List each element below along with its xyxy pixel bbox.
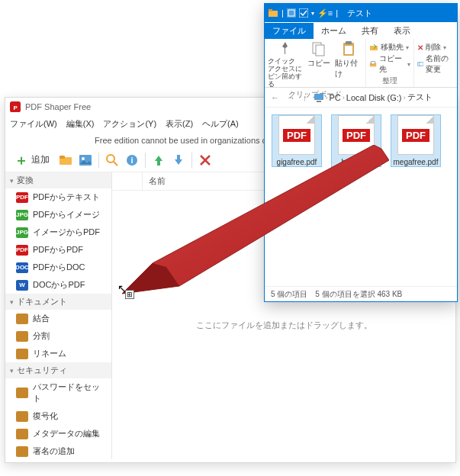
ribbon: クイック アクセスにピン留めする コピー 貼り付け クリップボード 移動先▾ コ… — [265, 39, 457, 88]
sidebar-item-label: 復号化 — [33, 410, 58, 422]
sidebar-item-icon: DOC — [16, 262, 28, 273]
crumb-disk[interactable]: Local Disk (G:) — [346, 93, 402, 102]
sidebar-item[interactable]: PDFPDFからテキスト — [5, 188, 111, 206]
nav-fwd-icon[interactable]: → — [285, 93, 297, 102]
group-organize-label: 整理 — [369, 75, 410, 86]
info-icon[interactable]: i — [125, 153, 139, 167]
sidebar-item-icon: PDF — [16, 192, 28, 203]
sidebar-item[interactable]: 復号化 — [5, 407, 111, 425]
folder-icon[interactable] — [59, 153, 72, 167]
pin-icon — [277, 40, 294, 57]
rename-icon — [417, 60, 424, 69]
sidebar-item-icon — [16, 429, 28, 439]
arrow-down-icon[interactable] — [172, 153, 185, 167]
crumb-pc[interactable]: PC — [330, 93, 341, 102]
copyto-icon — [369, 60, 377, 69]
sidebar-item[interactable]: PDFPDFからPDF — [5, 241, 111, 259]
search-icon[interactable] — [105, 153, 119, 167]
sidebar-item-icon: W — [16, 280, 28, 291]
svg-rect-21 — [345, 46, 352, 54]
pdf-file-icon: PDF — [278, 115, 315, 155]
sidebar-item[interactable]: JPGPDFからイメージ — [5, 206, 111, 224]
sidebar-item-label: PDFからテキスト — [33, 191, 100, 203]
menu-action[interactable]: アクション(Y) — [103, 118, 156, 130]
sidebar-item[interactable]: 分割 — [5, 327, 111, 345]
sidebar-item[interactable]: DOCPDFからDOC — [5, 259, 111, 276]
svg-rect-13 — [269, 9, 272, 11]
sidebar-item-label: 署名の追加 — [33, 445, 75, 457]
file-name: gigafree.pdf — [277, 158, 317, 166]
delete-icon[interactable] — [198, 153, 212, 167]
sidebar-item-icon — [16, 411, 28, 422]
sidebar-item[interactable]: 結合 — [5, 310, 111, 327]
sidebar-item-icon: JPG — [16, 210, 28, 220]
copy-label: コピー — [307, 58, 330, 69]
menu-view[interactable]: 表示(Z) — [166, 118, 193, 130]
svg-text:P: P — [13, 105, 17, 111]
menu-help[interactable]: ヘルプ(A) — [202, 118, 239, 130]
sidebar-group-header[interactable]: ▾変換 — [5, 172, 111, 188]
crumb-folder[interactable]: テスト — [407, 92, 433, 103]
paste-icon — [340, 40, 357, 57]
sidebar-item-icon — [16, 388, 28, 398]
paste-label: 貼り付け — [335, 58, 362, 79]
checkbox-icon[interactable] — [299, 8, 308, 18]
ribbon-tabs: ファイル ホーム 共有 表示 — [265, 22, 457, 39]
sidebar-item-icon — [16, 349, 28, 359]
tab-home[interactable]: ホーム — [314, 23, 354, 39]
sidebar-item-label: 結合 — [33, 313, 50, 324]
svg-rect-3 — [60, 156, 65, 159]
tab-view[interactable]: 表示 — [386, 23, 418, 39]
sidebar-group-header[interactable]: ▾ドキュメント — [5, 294, 111, 310]
sidebar-item[interactable]: パスワードをセット — [5, 378, 111, 407]
move-to-button[interactable]: 移動先▾ — [369, 42, 410, 53]
nav-up-icon[interactable]: ↑ — [301, 93, 309, 102]
copy-button[interactable]: コピー — [307, 40, 330, 69]
tab-file[interactable]: ファイル — [265, 23, 314, 39]
menu-file[interactable]: ファイル(W) — [10, 118, 57, 130]
nav-back-icon[interactable]: ← — [269, 93, 281, 102]
qat-sep: | — [281, 8, 284, 18]
explorer-titlebar[interactable]: | ▾ ⚡≡ | テスト — [265, 4, 457, 22]
file-item[interactable]: PDFhoge.pdf — [332, 115, 381, 166]
file-item[interactable]: PDFgigafree.pdf — [272, 115, 321, 166]
status-bar: 5 個の項目 5 個の項目を選択 463 KB — [265, 286, 457, 301]
folder-icon[interactable] — [268, 8, 278, 18]
sidebar-item[interactable]: WDOCからPDF — [5, 276, 111, 294]
menu-edit[interactable]: 編集(X) — [66, 118, 95, 130]
rename-button[interactable]: 名前の変更 — [417, 53, 454, 75]
image-icon[interactable] — [79, 153, 92, 167]
paste-button[interactable]: 貼り付け — [335, 40, 362, 79]
svg-rect-12 — [269, 11, 278, 17]
sidebar-item-label: パスワードをセット — [33, 381, 107, 404]
sidebar-item[interactable]: メタデータの編集 — [5, 425, 111, 442]
sidebar-item[interactable]: 署名の追加 — [5, 442, 111, 459]
file-name: hoge.pdf — [342, 158, 372, 166]
pdfshaper-app-icon: P — [10, 101, 21, 112]
pin-quick-access-button[interactable]: クイック アクセスにピン留めする — [268, 40, 303, 88]
arrow-up-icon[interactable] — [152, 153, 166, 167]
pdf-file-icon: PDF — [397, 115, 434, 155]
drop-hint: ここにファイルを追加またはドラッグします。 — [196, 320, 372, 331]
sidebar-item-label: DOCからPDF — [33, 279, 85, 291]
sidebar-item-icon — [16, 446, 28, 457]
svg-rect-27 — [314, 94, 323, 100]
tab-share[interactable]: 共有 — [354, 23, 386, 39]
sidebar-group-header[interactable]: ▾セキュリティ — [5, 362, 111, 378]
sidebar-item-icon — [16, 331, 28, 342]
qat-powershell-icon[interactable]: ⚡≡ — [317, 8, 333, 18]
file-item[interactable]: PDFmegafree.pdf — [391, 115, 440, 166]
sidebar-item-label: イメージからPDF — [33, 227, 100, 238]
copy-to-button[interactable]: コピー先▾ — [369, 53, 410, 75]
add-button-label: 追加 — [31, 153, 50, 166]
sidebar-item[interactable]: リネーム — [5, 345, 111, 362]
add-button[interactable]: ＋追加 — [11, 150, 53, 171]
sidebar[interactable]: ▾変換PDFPDFからテキストJPGPDFからイメージJPGイメージからPDFP… — [5, 172, 112, 459]
file-pane[interactable]: PDFgigafree.pdfPDFhoge.pdfPDFmegafree.pd… — [265, 108, 457, 174]
breadcrumb[interactable]: › PC › Local Disk (G:) › テスト — [314, 92, 433, 103]
qat-dropdown[interactable]: ▾ — [311, 10, 314, 17]
delete-button[interactable]: ✕削除▾ — [417, 42, 454, 53]
quick-access-toolbar: | ▾ ⚡≡ | — [265, 4, 341, 22]
properties-icon[interactable] — [287, 8, 296, 18]
sidebar-item[interactable]: JPGイメージからPDF — [5, 224, 111, 241]
